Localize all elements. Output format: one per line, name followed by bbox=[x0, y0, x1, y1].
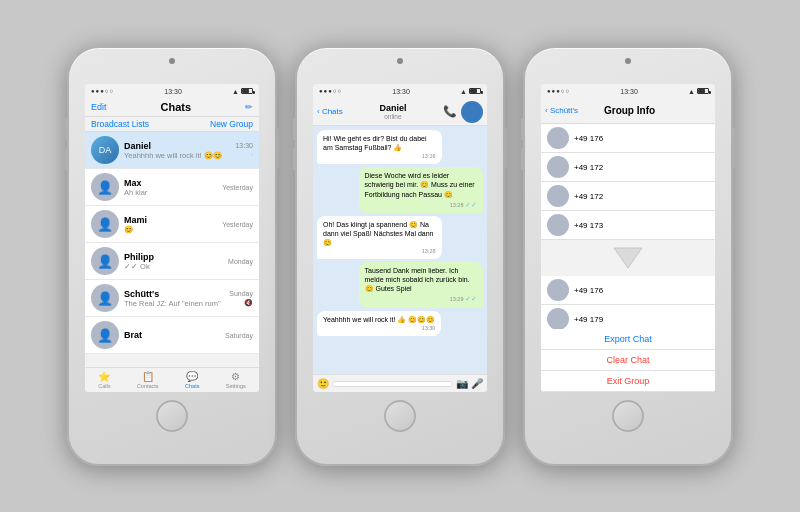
star-icon: ⭐ bbox=[98, 371, 110, 382]
chat-item-schuetts[interactable]: 👤 Schütt's The Real JZ: Auf "einen rum" … bbox=[85, 280, 259, 317]
avatar-daniel: DA bbox=[91, 136, 119, 164]
camera-icon[interactable]: 📷 bbox=[456, 378, 468, 389]
chat-icon: 💬 bbox=[186, 371, 198, 382]
tab-settings[interactable]: ⚙ Settings bbox=[226, 371, 246, 389]
member-number: +49 179 bbox=[574, 315, 603, 324]
member-item[interactable]: +49 176 bbox=[541, 276, 715, 305]
contact-status: online bbox=[379, 113, 406, 120]
wifi-icon: ▲ bbox=[460, 88, 467, 95]
chat-meta: Sunday 🔇 bbox=[229, 290, 253, 307]
member-avatar bbox=[547, 279, 569, 301]
chat-preview: Yeahhhh we will rock it! 😊😊 bbox=[124, 151, 235, 160]
chat-info-philipp: Philipp ✓✓ Ok bbox=[124, 252, 228, 271]
member-item[interactable]: +49 176 bbox=[541, 124, 715, 153]
messages-area: Hi! Wie geht es dir? Bist du dabei am Sa… bbox=[313, 126, 487, 374]
member-item[interactable]: +49 179 bbox=[541, 305, 715, 329]
tab-favorites[interactable]: ⭐ Calls bbox=[98, 371, 110, 389]
chat-info-schuetts: Schütt's The Real JZ: Auf "einen rum" bbox=[124, 289, 229, 308]
chat-preview: The Real JZ: Auf "einen rum" bbox=[124, 299, 229, 308]
status-time: 13:30 bbox=[620, 88, 638, 95]
message-text: Oh! Das klingt ja spannend 😊 Na dann vie… bbox=[323, 220, 436, 247]
chat-info-mami: Mami 😊 bbox=[124, 215, 222, 234]
home-button[interactable] bbox=[384, 400, 416, 432]
chat-preview: ✓✓ Ok bbox=[124, 262, 228, 271]
chat-meta: Monday bbox=[228, 258, 253, 265]
message-text: Hi! Wie geht es dir? Bist du dabei am Sa… bbox=[323, 134, 436, 152]
phone-2: ●●●○○ 13:30 ▲ ‹ Chats Daniel online 📞 bbox=[295, 46, 505, 466]
avatar-mami: 👤 bbox=[91, 210, 119, 238]
tab-chats[interactable]: 💬 Chats bbox=[185, 371, 199, 389]
signal-dots: ●●●○○ bbox=[319, 88, 342, 94]
member-avatar bbox=[547, 185, 569, 207]
avatar-daniel-sm[interactable] bbox=[461, 101, 483, 123]
chat-item-philipp[interactable]: 👤 Philipp ✓✓ Ok Monday bbox=[85, 243, 259, 280]
member-item[interactable]: +49 172 bbox=[541, 182, 715, 211]
new-group-link[interactable]: New Group bbox=[210, 119, 253, 129]
edit-button[interactable]: Edit bbox=[91, 102, 107, 112]
emoji-icon[interactable]: 🙂 bbox=[317, 378, 329, 389]
status-icons: ▲ bbox=[460, 88, 481, 95]
back-button[interactable]: ‹ Schütt's bbox=[545, 106, 578, 115]
phone-3: ●●●○○ 13:30 ▲ ‹ Schütt's Group Info +49 … bbox=[523, 46, 733, 466]
battery-icon bbox=[697, 88, 709, 94]
member-avatar bbox=[547, 156, 569, 178]
message-2: Diese Woche wird es leider schwierig bei… bbox=[359, 167, 484, 212]
status-icons: ▲ bbox=[688, 88, 709, 95]
member-avatar bbox=[547, 308, 569, 329]
chats-navbar: Edit Chats ✏ bbox=[85, 98, 259, 117]
chat-time: Saturday bbox=[225, 332, 253, 339]
scroll-down-arrow bbox=[541, 240, 715, 276]
message-text: Tausend Dank mein lieber. Ich melde mich… bbox=[365, 266, 478, 293]
chat-item-max[interactable]: 👤 Max Ah klar Yesterday bbox=[85, 169, 259, 206]
chat-name: Schütt's bbox=[124, 289, 229, 299]
gear-icon: ⚙ bbox=[231, 371, 240, 382]
chat-info-max: Max Ah klar bbox=[124, 178, 222, 197]
home-button[interactable] bbox=[156, 400, 188, 432]
read-receipt: ✓✓ bbox=[465, 201, 477, 208]
message-time: 13:30 bbox=[323, 325, 435, 332]
phone-3-screen: ●●●○○ 13:30 ▲ ‹ Schütt's Group Info +49 … bbox=[541, 84, 715, 392]
member-number: +49 173 bbox=[574, 221, 603, 230]
chat-meta: 13:30 › bbox=[235, 142, 253, 158]
back-button[interactable]: ‹ Chats bbox=[317, 107, 343, 116]
home-button[interactable] bbox=[612, 400, 644, 432]
member-item[interactable]: +49 173 bbox=[541, 211, 715, 240]
chat-time: Yesterday bbox=[222, 221, 253, 228]
bottom-tabs: ⭐ Calls 📋 Contacts 💬 Chats ⚙ Settings bbox=[85, 367, 259, 392]
chat-name: Brat bbox=[124, 330, 225, 340]
nav-actions: 📞 bbox=[443, 101, 483, 123]
message-5: Yeahhhh we will rock it! 👍 😊😊😊 13:30 bbox=[317, 311, 441, 336]
message-time: 13:28 bbox=[323, 248, 436, 255]
microphone-icon[interactable]: 🎤 bbox=[471, 378, 483, 389]
battery-icon bbox=[469, 88, 481, 94]
chat-time: 13:30 bbox=[235, 142, 253, 149]
call-icon[interactable]: 📞 bbox=[443, 105, 457, 118]
status-time: 13:30 bbox=[392, 88, 410, 95]
chat-name: Max bbox=[124, 178, 222, 188]
chat-item-brat[interactable]: 👤 Brat Saturday bbox=[85, 317, 259, 354]
message-text: Diese Woche wird es leider schwierig bei… bbox=[365, 171, 478, 198]
group-info-navbar: ‹ Schütt's Group Info bbox=[541, 98, 715, 124]
clear-chat-button[interactable]: Clear Chat bbox=[541, 350, 715, 371]
phone-2-screen: ●●●○○ 13:30 ▲ ‹ Chats Daniel online 📞 bbox=[313, 84, 487, 392]
signal-dots: ●●●○○ bbox=[547, 88, 570, 94]
svg-marker-0 bbox=[614, 248, 642, 268]
member-item[interactable]: +49 172 bbox=[541, 153, 715, 182]
compose-button[interactable]: ✏ bbox=[245, 102, 253, 112]
chat-name: Philipp bbox=[124, 252, 228, 262]
message-time: 13:28 ✓✓ bbox=[365, 200, 478, 209]
broadcast-lists-link[interactable]: Broadcast Lists bbox=[91, 119, 149, 129]
message-1: Hi! Wie geht es dir? Bist du dabei am Sa… bbox=[317, 130, 442, 164]
phone-1: ●●●○○ 13:30 ▲ Edit Chats ✏ Broadcast Lis… bbox=[67, 46, 277, 466]
export-chat-button[interactable]: Export Chat bbox=[541, 329, 715, 350]
tab-label: Chats bbox=[185, 383, 199, 389]
tab-label: Contacts bbox=[137, 383, 159, 389]
member-number: +49 172 bbox=[574, 192, 603, 201]
wifi-icon: ▲ bbox=[688, 88, 695, 95]
chat-item-mami[interactable]: 👤 Mami 😊 Yesterday bbox=[85, 206, 259, 243]
tab-calls[interactable]: 📋 Contacts bbox=[137, 371, 159, 389]
chat-item-daniel[interactable]: DA Daniel Yeahhhh we will rock it! 😊😊 13… bbox=[85, 132, 259, 169]
exit-group-button[interactable]: Exit Group bbox=[541, 371, 715, 392]
message-input[interactable] bbox=[332, 381, 453, 387]
member-number: +49 176 bbox=[574, 286, 603, 295]
